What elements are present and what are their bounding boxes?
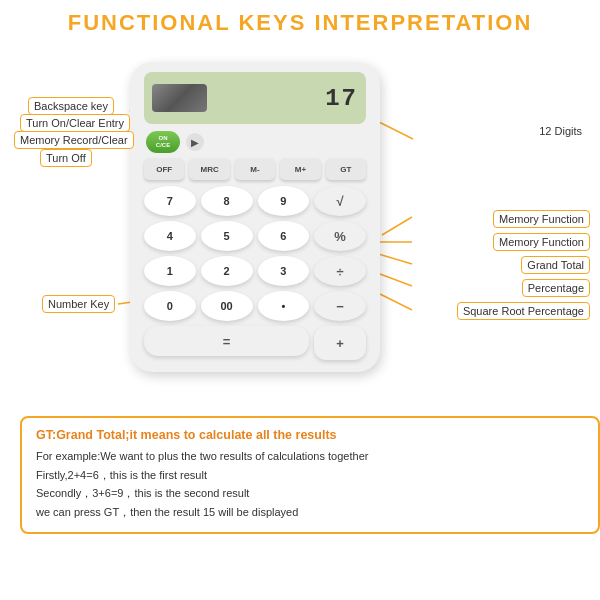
btn-6[interactable]: 6 [258,221,310,251]
calc-display: 17 [144,72,366,124]
btn-9[interactable]: 9 [258,186,310,216]
info-line-2: Firstly,2+4=6，this is the first result [36,466,584,485]
top-button-row: ON C/CE ▶ [144,131,366,153]
solar-panel [152,84,207,112]
btn-minus[interactable]: − [314,291,366,321]
mrc-button[interactable]: MRC [189,158,229,180]
on-ce-button[interactable]: ON C/CE [146,131,180,153]
info-box: GT:Grand Total;it means to calculate all… [20,416,600,534]
turn-off-label: Turn Off [40,149,92,167]
btn-00[interactable]: 00 [201,291,253,321]
info-line-4: we can press GT，then the result 15 will … [36,503,584,522]
m-minus-button[interactable]: M- [235,158,275,180]
btn-0[interactable]: 0 [144,291,196,321]
square-root-label: Square Root Percentage [457,302,590,320]
display-digits: 17 [325,85,358,112]
memory-record-label: Memory Record/Clear [14,131,134,149]
btn-sqrt[interactable]: √ [314,186,366,216]
svg-line-5 [375,120,413,139]
memory-function-2-label: Memory Function [493,233,590,251]
btn-plus[interactable]: + [314,326,366,360]
turn-on-clear-label: Turn On/Clear Entry [20,114,130,132]
diagram-area: 17 ON C/CE ▶ OFF MRC M- M+ GT 7 8 9 √ 4 … [0,42,600,412]
svg-line-9 [380,274,412,286]
number-key-label: Number Key [42,295,115,313]
btn-dot[interactable]: • [258,291,310,321]
memory-function-1-label: Memory Function [493,210,590,228]
percentage-label: Percentage [522,279,590,297]
svg-line-6 [382,217,412,235]
btn-divide[interactable]: ÷ [314,256,366,286]
info-line-3: Secondly，3+6=9，this is the second result [36,484,584,503]
gt-button[interactable]: GT [326,158,366,180]
btn-1[interactable]: 1 [144,256,196,286]
btn-2[interactable]: 2 [201,256,253,286]
btn-8[interactable]: 8 [201,186,253,216]
twelve-digits-label: 12 Digits [539,124,582,138]
btn-4[interactable]: 4 [144,221,196,251]
btn-equal[interactable]: = [144,326,309,356]
on-ce-line2: C/CE [156,142,170,149]
on-ce-line1: ON [159,135,168,142]
info-title: GT:Grand Total;it means to calculate all… [36,428,584,442]
info-line-1: For example:We want to plus the two resu… [36,447,584,466]
arrow-button[interactable]: ▶ [186,133,204,151]
btn-5[interactable]: 5 [201,221,253,251]
btn-3[interactable]: 3 [258,256,310,286]
svg-line-10 [380,294,412,310]
calculator: 17 ON C/CE ▶ OFF MRC M- M+ GT 7 8 9 √ 4 … [130,62,380,372]
off-button[interactable]: OFF [144,158,184,180]
info-text: For example:We want to plus the two resu… [36,447,584,522]
btn-percent[interactable]: % [314,221,366,251]
backspace-label: Backspace key [28,97,114,115]
page-title: FUNCTIONAL KEYS INTERPRETATION [68,10,533,35]
number-grid: 7 8 9 √ 4 5 6 % 1 2 3 ÷ 0 00 • − = + [144,186,366,361]
grand-total-label: Grand Total [521,256,590,274]
function-row: OFF MRC M- M+ GT [144,158,366,180]
m-plus-button[interactable]: M+ [280,158,320,180]
btn-7[interactable]: 7 [144,186,196,216]
